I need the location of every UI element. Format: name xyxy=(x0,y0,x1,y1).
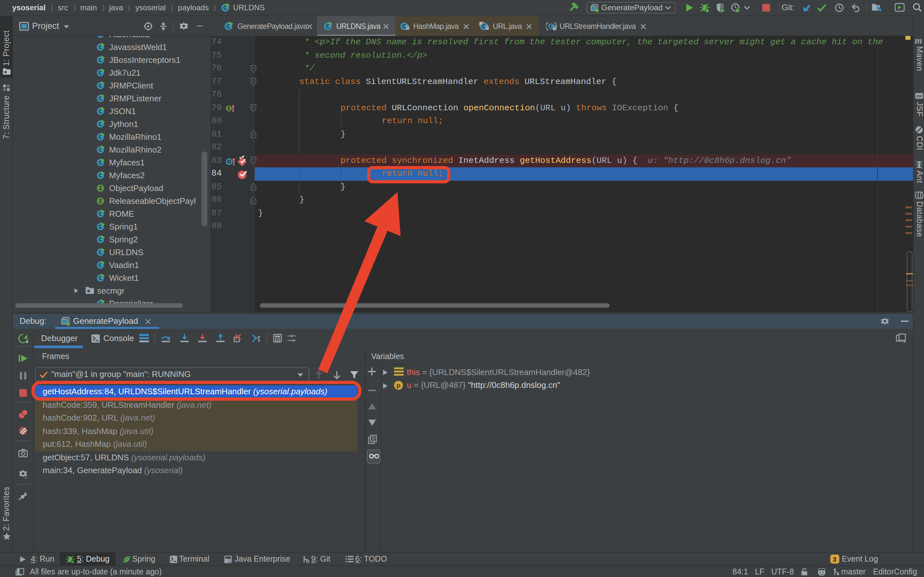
svg-text:p: p xyxy=(397,382,401,389)
svg-text:JSF: JSF xyxy=(916,94,923,98)
